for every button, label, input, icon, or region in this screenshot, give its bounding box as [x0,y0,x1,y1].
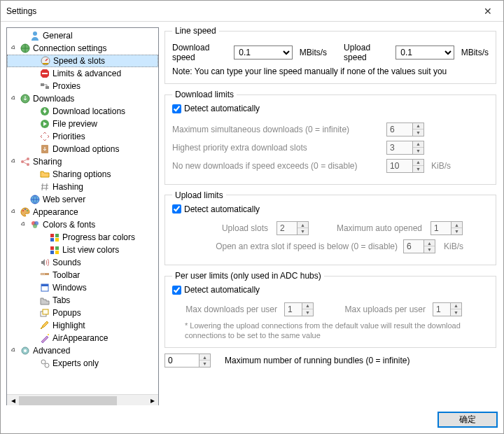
scrollbar-h[interactable]: ◂ ▸ [7,394,158,406]
spinner[interactable]: ▲▼ [386,141,424,155]
svg-rect-28 [55,251,59,254]
max-ul-user-input[interactable] [433,302,451,316]
checkbox-label: Detect automatically [184,104,260,113]
spin-down-icon[interactable]: ▼ [413,130,424,136]
tree-progress-bar[interactable]: Progress bar colors [7,231,158,244]
tree-web-server[interactable]: Web server [7,193,158,206]
spin-up-icon[interactable]: ▲ [451,303,461,309]
max-dl-user-input[interactable] [284,302,302,316]
unit-label: KiB/s [444,241,463,251]
scroll-thumb[interactable] [19,396,117,405]
download-limits-group: Download limits Detect automatically Max… [164,90,496,185]
upload-speed-combo[interactable]: 0.1 [396,46,454,59]
svg-point-17 [27,210,28,211]
svg-rect-24 [55,238,59,241]
line-speed-group: Line speed Download speed 0.1 MBits/s Up… [164,26,496,84]
checkbox[interactable] [172,286,181,295]
group-legend: Download limits [172,90,237,99]
expander-icon[interactable] [10,94,18,103]
spin-up-icon[interactable]: ▲ [413,160,424,166]
spin-up-icon[interactable]: ▲ [413,123,424,130]
scroll-left-icon[interactable]: ◂ [7,395,19,407]
detect-auto-checkbox[interactable]: Detect automatically [172,285,260,295]
bundles-input[interactable] [164,354,200,368]
spinner[interactable]: ▲▼ [386,159,424,173]
spinner[interactable]: ▲▼ [164,354,211,368]
tree-downloads[interactable]: Downloads [7,92,158,105]
expander-icon[interactable] [10,158,18,166]
upload-slots-input[interactable] [276,221,298,235]
tree-hashing[interactable]: Hashing [7,181,158,193]
scroll-right-icon[interactable]: ▸ [146,395,158,407]
detect-auto-checkbox[interactable]: Detect automatically [172,204,260,214]
tree-sharing-options[interactable]: Sharing options [7,168,158,181]
tree-dl-options[interactable]: Download options [7,143,158,155]
max-sim-dl-input[interactable] [386,122,413,136]
spinner[interactable]: ▲▼ [284,302,314,316]
tree-connection[interactable]: Connection settings [7,42,158,55]
spinner[interactable]: ▲▼ [430,221,463,235]
expander-icon[interactable] [10,208,18,216]
spin-down-icon[interactable]: ▼ [451,309,461,316]
tree-tabs[interactable]: Tabs [7,294,158,307]
spin-up-icon[interactable]: ▲ [298,222,308,228]
spin-down-icon[interactable]: ▼ [200,360,210,367]
spin-up-icon[interactable]: ▲ [424,240,435,246]
max-auto-input[interactable] [430,221,451,235]
tree-proxies[interactable]: Proxies [7,80,158,92]
max-ul-user-label: Max uploads per user [321,304,426,314]
spinner[interactable]: ▲▼ [276,221,309,235]
tree-priorities[interactable]: Priorities [7,130,158,143]
tree-label: Colors & fonts [43,220,95,230]
tree-limits-adv[interactable]: Limits & advanced [7,67,158,80]
spinner[interactable]: ▲▼ [403,239,435,253]
spin-down-icon[interactable]: ▼ [451,228,462,234]
tree-experts[interactable]: Experts only [7,357,158,370]
spin-down-icon[interactable]: ▼ [413,148,424,154]
tree-air[interactable]: AirAppearance [7,332,158,344]
spin-down-icon[interactable]: ▼ [424,246,435,253]
tree-general[interactable]: General [7,29,158,42]
tabs-icon [39,295,50,306]
spinner[interactable]: ▲▼ [386,122,424,136]
tree-file-preview[interactable]: File preview [7,118,158,130]
tree-label: File preview [52,119,97,129]
tree-dl-locations[interactable]: Download locations [7,105,158,118]
spin-up-icon[interactable]: ▲ [302,303,313,309]
spin-down-icon[interactable]: ▼ [302,309,313,316]
expander-icon[interactable] [10,44,18,52]
spin-up-icon[interactable]: ▲ [200,354,210,360]
extra-slot-input[interactable] [403,239,424,253]
close-button[interactable]: ✕ [472,1,503,22]
gear-icon [20,345,31,356]
tree-highlight[interactable]: Highlight [7,319,158,332]
spin-up-icon[interactable]: ▲ [413,141,424,148]
no-new-dl-input[interactable] [386,159,413,173]
tree-sharing[interactable]: Sharing [7,155,158,168]
spin-down-icon[interactable]: ▼ [298,228,308,234]
tree-windows[interactable]: Windows [7,281,158,294]
svg-rect-33 [41,284,48,286]
ok-button[interactable]: 确定 [438,412,498,428]
tree-advanced[interactable]: Advanced [7,344,158,357]
detect-auto-checkbox[interactable]: Detect automatically [172,104,260,113]
tree-list-view[interactable]: List view colors [7,244,158,256]
tree-appearance[interactable]: Appearance [7,206,158,218]
expander-icon[interactable] [20,220,28,229]
web-icon [29,194,41,205]
tree-sounds[interactable]: Sounds [7,256,158,269]
spin-down-icon[interactable]: ▼ [413,166,424,172]
expander-icon[interactable] [10,346,18,355]
checkbox[interactable] [172,104,181,113]
spinner[interactable]: ▲▼ [433,302,462,316]
tree-toolbar[interactable]: Toolbar [7,269,158,281]
spin-up-icon[interactable]: ▲ [451,222,462,228]
tree-popups[interactable]: Popups [7,307,158,319]
svg-point-38 [24,349,27,352]
download-speed-combo[interactable]: 0.1 [234,46,292,59]
svg-point-16 [24,209,26,210]
checkbox[interactable] [172,204,181,214]
hi-priority-input[interactable] [386,141,413,155]
tree-speed-slots[interactable]: Speed & slots [7,55,158,67]
tree-colors-fonts[interactable]: Colors & fonts [7,218,158,231]
